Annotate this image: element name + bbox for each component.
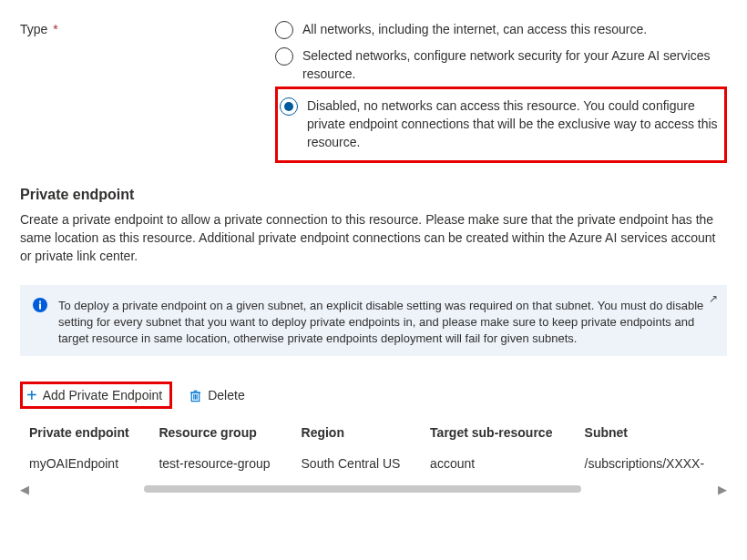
add-private-endpoint-button[interactable]: + Add Private Endpoint <box>20 382 172 409</box>
col-private-endpoint[interactable]: Private endpoint <box>20 418 149 449</box>
radio-all-networks[interactable]: All networks, including the internet, ca… <box>275 16 727 43</box>
cell-target: account <box>421 449 575 478</box>
trash-icon <box>189 389 202 402</box>
radio-selected-networks[interactable]: Selected networks, configure network sec… <box>275 43 727 87</box>
scroll-left-icon[interactable]: ◀ <box>20 483 29 496</box>
table-row[interactable]: myOAIEndpoint test-resource-group South … <box>20 449 727 478</box>
cell-region: South Central US <box>292 449 422 478</box>
delete-button[interactable]: Delete <box>181 382 251 408</box>
endpoint-toolbar: + Add Private Endpoint Delete <box>20 382 727 409</box>
cell-subnet: /subscriptions/XXXX- <box>576 449 727 478</box>
scroll-right-icon[interactable]: ▶ <box>718 483 727 496</box>
svg-rect-2 <box>39 301 41 303</box>
private-endpoint-desc: Create a private endpoint to allow a pri… <box>20 210 727 265</box>
cell-private-endpoint: myOAIEndpoint <box>20 449 149 478</box>
private-endpoints-table: Private endpoint Resource group Region T… <box>20 418 727 478</box>
cell-resource-group: test-resource-group <box>149 449 292 478</box>
type-radio-group: All networks, including the internet, ca… <box>275 16 727 163</box>
radio-all-networks-label: All networks, including the internet, ca… <box>302 20 647 38</box>
highlight-box-disabled: Disabled, no networks can access this re… <box>275 87 727 163</box>
external-link-icon[interactable]: ↗ <box>709 292 718 305</box>
type-label-text: Type <box>20 22 47 36</box>
info-callout: ↗ To deploy a private endpoint on a give… <box>20 285 727 356</box>
horizontal-scrollbar[interactable]: ◀ ▶ <box>20 482 727 496</box>
add-private-endpoint-label: Add Private Endpoint <box>43 388 163 402</box>
svg-rect-1 <box>39 304 41 310</box>
scroll-thumb[interactable] <box>144 485 581 493</box>
required-star: * <box>53 22 57 36</box>
radio-disabled[interactable]: Disabled, no networks can access this re… <box>280 93 719 155</box>
type-label: Type * <box>20 16 275 36</box>
radio-circle-icon <box>275 47 293 66</box>
delete-label: Delete <box>208 388 244 402</box>
private-endpoint-heading: Private endpoint <box>20 187 727 203</box>
info-text: To deploy a private endpoint on a given … <box>58 298 714 347</box>
info-icon <box>33 298 47 312</box>
scroll-track[interactable] <box>35 482 712 496</box>
table-header-row: Private endpoint Resource group Region T… <box>20 418 727 449</box>
col-region[interactable]: Region <box>292 418 422 449</box>
radio-circle-icon <box>280 97 298 116</box>
col-subnet[interactable]: Subnet <box>576 418 727 449</box>
radio-selected-networks-label: Selected networks, configure network sec… <box>302 46 727 83</box>
col-resource-group[interactable]: Resource group <box>149 418 292 449</box>
plus-icon: + <box>26 388 37 402</box>
radio-disabled-label: Disabled, no networks can access this re… <box>307 97 719 151</box>
radio-circle-icon <box>275 21 293 39</box>
col-target-sub-resource[interactable]: Target sub-resource <box>421 418 575 449</box>
